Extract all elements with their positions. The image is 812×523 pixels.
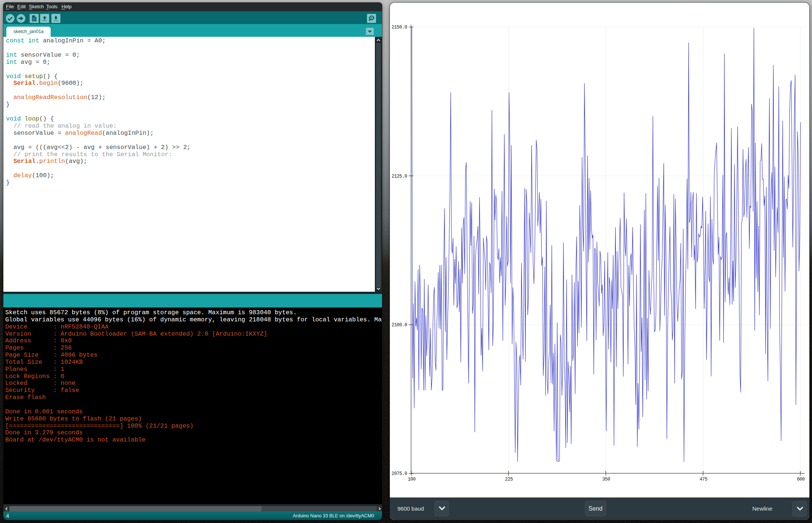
svg-text:2075.0: 2075.0	[392, 471, 408, 476]
svg-text:100: 100	[408, 477, 416, 482]
svg-text:2150.0: 2150.0	[392, 25, 408, 30]
svg-text:600: 600	[797, 477, 805, 482]
svg-text:475: 475	[699, 477, 707, 482]
svg-text:2100.0: 2100.0	[392, 323, 408, 328]
svg-text:2125.0: 2125.0	[392, 174, 408, 179]
svg-text:350: 350	[602, 477, 610, 482]
svg-text:225: 225	[505, 477, 513, 482]
